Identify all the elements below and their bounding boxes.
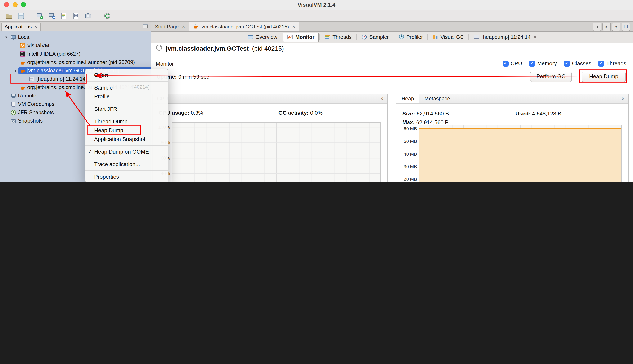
menu-item-open[interactable]: Open — [85, 71, 168, 80]
stat-size: Size: 62,914,560 B — [402, 110, 515, 118]
perform-gc-button[interactable]: Perform GC — [530, 72, 572, 82]
panel-toggle-icon[interactable] — [142, 23, 148, 30]
tab-profiler[interactable]: Profiler — [395, 33, 427, 42]
close-icon[interactable]: × — [533, 34, 537, 40]
tree-item-label: IntelliJ IDEA (pid 6627) — [27, 51, 80, 57]
menu-item-heap-dump[interactable]: Heap Dump — [85, 126, 168, 135]
menu-item-application-snapshot[interactable]: Application Snapshot — [85, 135, 168, 144]
java-icon — [193, 23, 198, 30]
stat-cpu-usage: CPU usage: 0.3% — [159, 109, 278, 117]
tab-label: Overview — [255, 34, 277, 40]
document-tabs: Start Page×jvm.classloader.jvm.GCTest (p… — [151, 22, 299, 32]
stat-gc-activity: GC activity: 0.0% — [278, 109, 383, 117]
subtab-separator — [356, 34, 357, 40]
checkbox-memory[interactable]: Memory — [529, 60, 557, 66]
overview-icon — [247, 34, 253, 41]
checkbox-cpu[interactable]: CPU — [503, 60, 522, 66]
checkbox-threads[interactable]: Threads — [598, 60, 626, 66]
menu-item-label: Open — [94, 72, 108, 78]
close-icon[interactable]: × — [34, 23, 37, 31]
tab-label: Visual GC — [440, 34, 464, 40]
add-application-icon[interactable] — [35, 12, 44, 20]
tree-item-intellij-idea-pid-6627[interactable]: IntelliJ IDEA (pid 6627) — [0, 50, 151, 58]
tab-heapdump-11-24-14[interactable]: [heapdump] 11:24:14× — [470, 33, 540, 42]
menu-item-heap-dump-on-oome[interactable]: ✓Heap Dump on OOME — [85, 147, 168, 156]
applications-tab[interactable]: Applications × — [1, 22, 41, 31]
tree-item-label: Snapshots — [18, 118, 43, 124]
expander-icon[interactable]: ▼ — [13, 69, 19, 72]
menu-separator — [85, 81, 168, 82]
heapdump-icon — [473, 34, 479, 41]
checkbox-label: Classes — [572, 60, 591, 66]
metric-checkboxes: CPUMemoryClassesThreads — [503, 60, 626, 66]
maximize-view-button[interactable]: ❐ — [622, 22, 630, 31]
cpu-stats: CPU usage: 0.3%GC activity: 0.0% — [159, 109, 383, 117]
applications-panel-header: Applications × — [0, 22, 151, 32]
menu-item-label: Trace application... — [94, 161, 140, 167]
tree-item-label: VisualVM — [27, 43, 49, 48]
close-icon[interactable]: × — [621, 94, 625, 103]
tab-threads[interactable]: Threads — [321, 33, 355, 42]
add-host-icon[interactable] — [47, 12, 57, 20]
menu-item-start-jfr[interactable]: Start JFR — [85, 104, 168, 114]
menu-item-properties[interactable]: Properties — [85, 172, 168, 181]
java-icon — [20, 84, 26, 90]
tree-item-visualvm[interactable]: VisualVM — [0, 42, 151, 50]
menu-item-thread-dump[interactable]: Thread Dump — [85, 117, 168, 126]
intellij-icon — [20, 51, 26, 57]
menu-bleedthrough-text: 40214) — [134, 84, 150, 90]
thread-dump-toolbar-icon[interactable] — [60, 12, 69, 20]
sampler-icon — [361, 34, 367, 41]
checkbox-classes[interactable]: Classes — [564, 60, 591, 66]
menu-item-label: Heap Dump on OOME — [94, 148, 149, 155]
menu-item-label: Heap Dump — [94, 127, 123, 134]
tab-label: jvm.classloader.jvm.GCTest (pid 40215) — [200, 24, 289, 30]
applications-tab-label: Applications — [5, 23, 32, 31]
tab-start-page[interactable]: Start Page× — [151, 22, 189, 32]
application-icon — [156, 44, 162, 52]
heap-dump-button[interactable]: Heap Dump — [581, 72, 626, 82]
open-icon[interactable] — [4, 12, 14, 20]
heap-tab-heap[interactable]: Heap — [396, 94, 419, 103]
tab-jvm-classloader-jvm-gctest-pid-40215[interactable]: jvm.classloader.jvm.GCTest (pid 40215)× — [189, 22, 299, 32]
checkbox-checked-icon — [564, 60, 570, 66]
close-icon[interactable]: × — [182, 24, 185, 30]
refresh-icon[interactable] — [103, 12, 112, 20]
heapdump-icon — [29, 76, 35, 82]
subtab-separator — [319, 34, 320, 40]
checkbox-checked-icon — [529, 60, 535, 66]
forward-button[interactable]: ▸ — [602, 22, 611, 31]
tree-item-local[interactable]: ▼Local — [0, 33, 151, 42]
toolbar — [0, 10, 633, 22]
profiler-icon — [398, 34, 404, 41]
tree-item-org-jetbrains-jps-cmdline-launcher-pid-36709[interactable]: org.jetbrains.jps.cmdline.Launcher (pid … — [0, 58, 151, 66]
expander-icon[interactable]: ▼ — [3, 35, 9, 39]
tab-sampler[interactable]: Sampler — [358, 33, 392, 42]
menu-item-sample[interactable]: Sample — [85, 83, 168, 92]
back-button[interactable]: ◂ — [593, 22, 601, 31]
java-icon — [20, 68, 26, 74]
snapshot-toolbar-icon[interactable] — [84, 12, 93, 20]
menu-item-trace-application[interactable]: Trace application... — [85, 160, 168, 168]
svg-text:30 MB: 30 MB — [404, 164, 417, 169]
menu-item-label: Thread Dump — [94, 118, 128, 125]
tab-monitor[interactable]: Monitor — [283, 32, 319, 42]
close-icon[interactable]: × — [380, 94, 383, 103]
heap-panel-header: HeapMetaspace × — [396, 94, 628, 104]
tree-item-label: Remote — [18, 93, 37, 99]
visualvm-icon — [20, 43, 26, 48]
menu-item-profile[interactable]: Profile — [85, 92, 168, 101]
close-icon[interactable]: × — [292, 24, 295, 30]
heap-chart: 60 MB50 MB40 MB30 MB20 MB10 MB0 MB11:24:… — [399, 122, 625, 182]
svg-text:50 MB: 50 MB — [404, 139, 417, 144]
heap-tab-metaspace[interactable]: Metaspace — [419, 94, 455, 103]
visualvm-window: VisualVM 2.1.4 Applications × ▼LocalVisu… — [0, 0, 633, 182]
tab-list-button[interactable]: ▾ — [612, 22, 620, 31]
heap-dump-toolbar-icon[interactable] — [72, 12, 81, 20]
save-icon[interactable] — [16, 12, 26, 20]
snapshot-icon — [11, 118, 16, 124]
tab-label: [heapdump] 11:24:14 — [481, 34, 530, 40]
application-pid: (pid 40215) — [252, 45, 284, 52]
tab-overview[interactable]: Overview — [244, 33, 281, 42]
tab-visual-gc[interactable]: Visual GC — [429, 33, 468, 42]
